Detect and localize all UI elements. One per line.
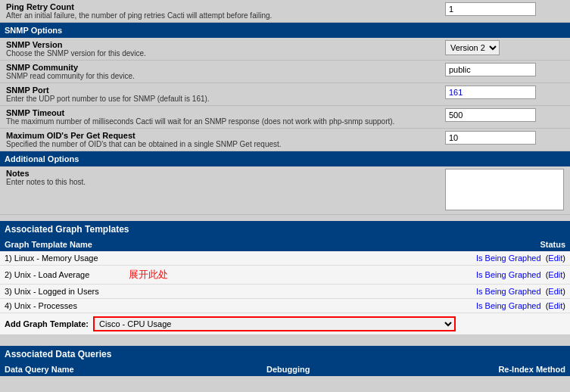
data-queries-table: Data Query Name Debugging Re-Index Metho… [0, 362, 570, 376]
max-oid-desc: Specified the number of OID's that can b… [6, 140, 433, 148]
notes-textarea[interactable] [445, 169, 564, 210]
ping-retry-input-cell [439, 0, 570, 23]
ping-retry-label: Ping Retry Count [6, 2, 433, 11]
max-oid-row: Maximum OID's Per Get Request Specified … [0, 129, 570, 151]
snmp-timeout-input[interactable] [445, 108, 536, 122]
snmp-port-desc: Enter the UDP port number to use for SNM… [6, 95, 433, 103]
table-row: 2) Unix - Load Average 展开此处 Is Being Gra… [0, 265, 570, 284]
snmp-community-desc: SNMP read community for this device. [6, 72, 433, 80]
ping-retry-desc: After an initial failure, the number of … [6, 11, 433, 20]
graph-item-1-status-link[interactable]: Is Being Graphed [476, 254, 541, 263]
notes-row: Notes Enter notes to this host. [0, 166, 570, 215]
graph-templates-col-headers: Graph Template Name Status [0, 238, 570, 251]
spacer [0, 335, 570, 340]
snmp-community-input[interactable] [445, 63, 536, 76]
page-wrapper: Ping Retry Count After an initial failur… [0, 0, 570, 376]
max-oid-label: Maximum OID's Per Get Request [6, 131, 433, 140]
annotation-text: 展开此处 [129, 269, 168, 280]
snmp-version-desc: Choose the SNMP version for this device. [6, 49, 433, 58]
graph-item-2-name: 2) Unix - Load Average 展开此处 [0, 265, 363, 284]
graph-item-3-edit-link[interactable]: Edit [548, 287, 562, 296]
ping-retry-row: Ping Retry Count After an initial failur… [0, 0, 570, 23]
add-template-label: Add Graph Template: [5, 319, 89, 328]
graph-templates-table: Graph Template Name Status 1) Linux - Me… [0, 238, 570, 313]
max-oid-input[interactable] [445, 131, 536, 145]
data-queries-header: Associated Data Queries [0, 346, 570, 362]
graph-templates-header: Associated Graph Templates [0, 221, 570, 238]
notes-label-cell: Notes Enter notes to this host. [0, 166, 439, 215]
ping-retry-label-cell: Ping Retry Count After an initial failur… [0, 0, 439, 23]
graph-item-1-status: Is Being Graphed (Edit) [363, 251, 570, 266]
snmp-timeout-label-cell: SNMP Timeout The maximum number of milli… [0, 106, 439, 129]
data-queries-section: Associated Data Queries Data Query Name … [0, 346, 570, 376]
snmp-options-header: SNMP Options [0, 23, 570, 39]
snmp-community-label-cell: SNMP Community SNMP read community for t… [0, 61, 439, 83]
snmp-port-label: SNMP Port [6, 86, 433, 95]
col-status-header: Status [363, 238, 570, 251]
add-template-row: Add Graph Template: Cisco - CPU Usage [0, 313, 570, 335]
graph-item-4-name: 4) Unix - Processes [0, 298, 363, 313]
graph-item-3-name: 3) Unix - Logged in Users [0, 284, 363, 298]
spacer-row [0, 215, 570, 221]
snmp-port-input-cell [439, 83, 570, 106]
graph-item-1-edit-link[interactable]: Edit [548, 254, 562, 263]
form-table: Ping Retry Count After an initial failur… [0, 0, 570, 221]
notes-label: Notes [6, 169, 433, 178]
dq-col-debugging-header: Debugging [216, 362, 360, 376]
max-oid-input-cell [439, 129, 570, 151]
graph-item-3-status-link[interactable]: Is Being Graphed [476, 287, 541, 296]
graph-item-2-status-link[interactable]: Is Being Graphed [476, 270, 541, 279]
notes-desc: Enter notes to this host. [6, 178, 433, 186]
snmp-port-input[interactable] [445, 86, 536, 99]
table-row: 1) Linux - Memory Usage Is Being Graphed… [0, 251, 570, 266]
graph-item-4-status: Is Being Graphed (Edit) [363, 298, 570, 313]
graph-item-3-status: Is Being Graphed (Edit) [363, 284, 570, 298]
snmp-options-header-row: SNMP Options [0, 23, 570, 39]
snmp-version-label-cell: SNMP Version Choose the SNMP version for… [0, 38, 439, 61]
snmp-community-input-cell [439, 61, 570, 83]
table-row: 3) Unix - Logged in Users Is Being Graph… [0, 284, 570, 298]
data-queries-col-headers: Data Query Name Debugging Re-Index Metho… [0, 362, 570, 376]
graph-templates-section: Associated Graph Templates Graph Templat… [0, 221, 570, 335]
additional-options-header: Additional Options [0, 151, 570, 167]
snmp-port-label-cell: SNMP Port Enter the UDP port number to u… [0, 83, 439, 106]
max-oid-label-cell: Maximum OID's Per Get Request Specified … [0, 129, 439, 151]
dq-col-name-header: Data Query Name [0, 362, 216, 376]
notes-input-cell [439, 166, 570, 215]
snmp-timeout-input-cell [439, 106, 570, 129]
snmp-community-row: SNMP Community SNMP read community for t… [0, 61, 570, 83]
snmp-version-label: SNMP Version [6, 40, 433, 49]
snmp-timeout-row: SNMP Timeout The maximum number of milli… [0, 106, 570, 129]
table-row: 4) Unix - Processes Is Being Graphed (Ed… [0, 298, 570, 313]
graph-item-2-edit-link[interactable]: Edit [548, 270, 562, 279]
graph-item-4-edit-link[interactable]: Edit [548, 301, 562, 310]
col-name-header: Graph Template Name [0, 238, 363, 251]
graph-item-2-status: Is Being Graphed (Edit) [363, 265, 570, 284]
snmp-version-row: SNMP Version Choose the SNMP version for… [0, 38, 570, 61]
snmp-timeout-desc: The maximum number of milliseconds Cacti… [6, 117, 433, 126]
dq-col-reindex-header: Re-Index Method [360, 362, 570, 376]
snmp-port-row: SNMP Port Enter the UDP port number to u… [0, 83, 570, 106]
snmp-version-input-cell: Version 1 Version 2 Version 3 [439, 38, 570, 61]
add-template-select-wrapper: Cisco - CPU Usage [93, 316, 456, 331]
snmp-version-select[interactable]: Version 1 Version 2 Version 3 [445, 40, 500, 55]
snmp-timeout-label: SNMP Timeout [6, 108, 433, 117]
graph-item-4-status-link[interactable]: Is Being Graphed [476, 301, 541, 310]
snmp-community-label: SNMP Community [6, 63, 433, 72]
graph-item-1-name: 1) Linux - Memory Usage [0, 251, 363, 266]
ping-retry-input[interactable] [445, 2, 536, 16]
additional-options-header-row: Additional Options [0, 151, 570, 167]
add-template-select[interactable]: Cisco - CPU Usage [95, 318, 454, 330]
